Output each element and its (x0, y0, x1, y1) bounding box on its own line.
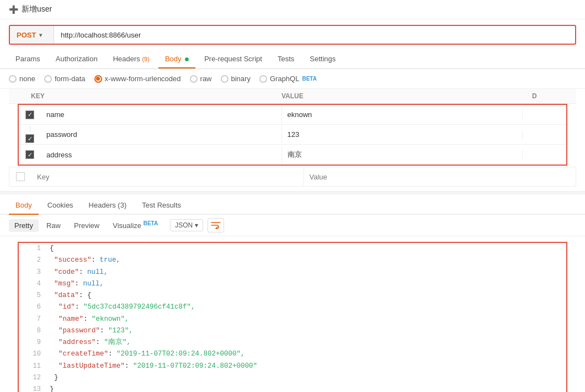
body-type-urlencoded[interactable]: x-www-form-urlencoded (94, 75, 181, 83)
body-type-binary[interactable]: binary (221, 75, 251, 83)
row1-checkbox[interactable]: ✓ (19, 110, 41, 119)
fmt-raw[interactable]: Raw (41, 219, 66, 232)
page-title: ➕ 新增user (0, 0, 585, 19)
row1-desc (522, 110, 566, 119)
radio-binary (221, 75, 228, 83)
code-line: 12} (19, 372, 566, 384)
code-line: 8"password": "123", (19, 325, 566, 337)
code-line: 7"name": "eknown", (19, 314, 566, 325)
row3-checkbox[interactable]: ✓ (19, 150, 41, 159)
response-tab-body[interactable]: Body (9, 197, 39, 215)
code-line: 5"data": { (19, 290, 566, 301)
method-dropdown-arrow: ▾ (39, 32, 42, 38)
radio-form-data (44, 75, 52, 83)
format-bar: Pretty Raw Preview Visualize BETA JSON ▾ (0, 215, 585, 236)
body-type-form-data[interactable]: form-data (44, 75, 86, 83)
placeholder-checkbox (9, 172, 31, 181)
response-tab-headers[interactable]: Headers (3) (82, 197, 134, 215)
code-line: 1{ (19, 243, 566, 255)
tab-tests[interactable]: Tests (271, 50, 301, 68)
code-line: 3"code": null, (19, 267, 566, 278)
row1-value-input[interactable] (281, 106, 523, 123)
fmt-preview[interactable]: Preview (68, 219, 105, 232)
code-line: 11"lastUpdateTime": "2019-11-07T02:09:24… (19, 361, 566, 372)
response-tabs: Body Cookies Headers (3) Test Results (0, 197, 585, 215)
code-line: 9"address": "南京", (19, 337, 566, 348)
response-tab-test-results[interactable]: Test Results (135, 197, 188, 215)
fmt-visualize[interactable]: Visualize BETA (107, 218, 163, 232)
code-line: 10"createTime": "2019-11-07T02:09:24.802… (19, 348, 566, 360)
section-divider (0, 191, 585, 194)
row2-key-input[interactable] (41, 126, 281, 143)
row3-key-input[interactable] (41, 146, 281, 163)
row2-checkbox[interactable]: ⋮ ✓ (19, 126, 41, 143)
fmt-pretty[interactable]: Pretty (9, 219, 39, 232)
kv-placeholder-row (9, 167, 576, 187)
row1-key-input[interactable] (41, 106, 281, 123)
method-label: POST (17, 31, 36, 39)
tab-authorization[interactable]: Authorization (49, 50, 104, 68)
radio-urlencoded (94, 75, 102, 83)
radio-raw (190, 75, 198, 83)
code-line: 4"msg": null, (19, 278, 566, 290)
response-tab-cookies[interactable]: Cookies (41, 197, 80, 215)
format-select-dropdown[interactable]: JSON ▾ (170, 219, 203, 231)
table-row: ⋮ ✓ (19, 125, 566, 145)
method-selector[interactable]: POST ▾ (10, 26, 54, 44)
placeholder-value-input[interactable] (304, 168, 576, 186)
table-row: ✓ (19, 145, 566, 165)
tab-body[interactable]: Body (158, 50, 195, 68)
request-bar: POST ▾ (9, 25, 576, 45)
code-line: 13} (19, 384, 566, 392)
body-type-graphql[interactable]: GraphQL BETA (259, 75, 317, 83)
row3-desc (522, 150, 566, 159)
tab-params[interactable]: Params (9, 50, 47, 68)
radio-graphql (259, 75, 267, 83)
body-type-none[interactable]: none (9, 75, 35, 83)
response-code-area: 1{2"success": true,3"code": null,4"msg":… (9, 236, 576, 392)
kv-table-container: KEY VALUE D ✓ ⋮ ✓ ✓ (0, 89, 585, 187)
body-active-dot (185, 57, 189, 61)
request-tabs: Params Authorization Headers (9) Body Pr… (0, 50, 585, 69)
placeholder-key-input[interactable] (31, 168, 304, 186)
plus-icon: ➕ (9, 5, 18, 14)
row3-value-input[interactable] (281, 146, 523, 163)
tab-settings[interactable]: Settings (303, 50, 342, 68)
radio-none (9, 75, 17, 83)
wrap-button[interactable] (208, 218, 224, 232)
kv-header-row: KEY VALUE D (9, 89, 576, 104)
row2-value-input[interactable] (281, 126, 523, 143)
body-type-row: none form-data x-www-form-urlencoded raw… (0, 69, 585, 89)
tab-headers[interactable]: Headers (9) (107, 50, 156, 68)
response-box: 1{2"success": true,3"code": null,4"msg":… (18, 242, 567, 392)
code-line: 2"success": true, (19, 255, 566, 266)
code-line: 6"id": "5dc37cd4389792496cf41c8f", (19, 301, 566, 313)
table-row: ✓ (19, 105, 566, 125)
url-input[interactable] (54, 31, 575, 39)
tab-prerequest[interactable]: Pre-request Script (198, 50, 269, 68)
kv-rows-wrapper: ✓ ⋮ ✓ ✓ (18, 104, 567, 166)
format-dropdown-arrow: ▾ (195, 221, 198, 229)
row2-desc (522, 130, 566, 139)
body-type-raw[interactable]: raw (190, 75, 212, 83)
